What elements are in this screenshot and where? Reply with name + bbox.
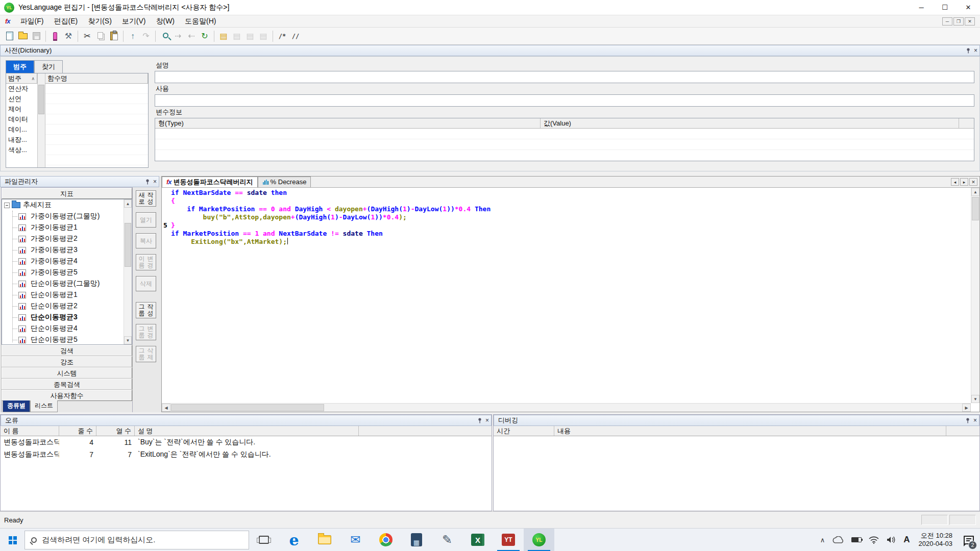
minimize-button[interactable]: ─ — [910, 0, 933, 15]
excel-icon[interactable]: X — [462, 529, 493, 551]
mdi-restore-button[interactable]: ❐ — [953, 17, 964, 26]
volume-icon[interactable] — [883, 536, 900, 544]
dict-tab-find[interactable]: 찾기 — [34, 60, 63, 73]
category-column-header[interactable]: 범주∧ — [6, 73, 37, 84]
tab-close-icon[interactable]: ✕ — [969, 178, 977, 186]
taskbar-search-input[interactable]: 검색하려면 여기에 입력하십시오. — [24, 531, 249, 549]
fm-bottom-tab[interactable]: 종류별 — [3, 400, 30, 412]
scrollbar-thumb[interactable] — [972, 197, 979, 220]
section-button-종목검색[interactable]: 종목검색 — [2, 379, 132, 390]
var-col-type[interactable]: 형(Type) — [155, 118, 541, 128]
yestrader-icon[interactable]: YT — [493, 529, 524, 551]
action-center-button[interactable]: 2 — [958, 529, 980, 551]
comment-block-icon[interactable]: /* — [276, 30, 289, 43]
scrollbar-thumb[interactable] — [171, 404, 324, 411]
mdi-close-button[interactable]: ✕ — [965, 17, 975, 26]
panel-close-icon[interactable]: × — [153, 178, 157, 185]
section-button-강조[interactable]: 강조 — [2, 356, 132, 367]
wifi-icon[interactable] — [865, 536, 883, 544]
dictionary-category-item[interactable]: 제어 — [6, 104, 37, 114]
debug-col-content[interactable]: 내용 — [554, 426, 946, 436]
dictionary-category-item[interactable]: 데이... — [6, 124, 37, 135]
tree-item[interactable]: 단순이동평균3 — [2, 312, 132, 323]
editor-horizontal-scrollbar[interactable]: ◀ ▶ — [162, 403, 971, 412]
indicator-column-header[interactable]: 지표 — [2, 188, 132, 199]
tree-item[interactable]: 단순이동평균2 — [2, 300, 132, 312]
editor-vertical-scrollbar[interactable]: ▲ ▼ — [971, 188, 979, 403]
calculator-icon[interactable]: ▦ — [401, 529, 432, 551]
tree-root-folder[interactable]: 추세지표 — [2, 199, 132, 211]
refresh-icon[interactable]: ↻ — [198, 30, 211, 43]
tree-item[interactable]: 단순이동평균5 — [2, 334, 132, 345]
scrollbar-thumb[interactable] — [125, 223, 131, 267]
collapse-icon[interactable] — [4, 203, 10, 208]
maximize-button[interactable]: ☐ — [933, 0, 957, 15]
pin-icon[interactable] — [966, 48, 971, 54]
scroll-right-icon[interactable]: ▶ — [962, 404, 971, 412]
battery-icon[interactable] — [848, 537, 865, 542]
panel-close-icon[interactable]: × — [973, 417, 977, 424]
paste-icon[interactable] — [107, 30, 120, 43]
task-view-button[interactable] — [249, 529, 279, 551]
scroll-down-icon[interactable]: ▼ — [124, 336, 132, 344]
dictionary-category-item[interactable]: 내장... — [6, 135, 37, 145]
panel-close-icon[interactable]: × — [974, 47, 977, 54]
mdi-minimize-button[interactable]: ─ — [942, 17, 952, 26]
open-file-icon[interactable] — [16, 30, 30, 43]
scroll-up-icon[interactable]: ▲ — [971, 188, 979, 196]
search-icon[interactable] — [158, 30, 172, 43]
tree-item[interactable]: 단순이동평균4 — [2, 323, 132, 334]
tree-item[interactable]: 가중이동평균2 — [2, 233, 132, 244]
code-line[interactable]: if MarketPosition == 0 and DayHigh < day… — [162, 205, 971, 213]
error-col-name[interactable]: 이 름 — [1, 426, 59, 436]
taskbar-clock[interactable]: 오전 10:28 2020-04-03 — [914, 532, 958, 548]
tree-item[interactable]: 단순이동평균1 — [2, 289, 132, 300]
error-row[interactable]: 변동성돌파코스닥레...77`ExitLong`은 `전략`에서만 쓸 수 있습… — [1, 448, 492, 461]
code-line[interactable]: { — [162, 197, 971, 205]
cut-icon[interactable]: ✂ — [81, 30, 94, 43]
chrome-icon[interactable] — [371, 529, 401, 551]
menu-item[interactable]: 찾기(S) — [83, 16, 117, 27]
scroll-down-icon[interactable]: ▼ — [971, 395, 979, 403]
tab-scroll-left-icon[interactable]: ◂ — [951, 178, 959, 186]
code-line[interactable]: buy("b",AtStop,dayopen+(DayHigh(1)-DayLo… — [162, 213, 971, 221]
new-file-icon[interactable] — [3, 30, 16, 43]
category-scrollbar[interactable] — [38, 73, 45, 167]
code-line[interactable]: 5} — [162, 221, 971, 230]
pen-app-icon[interactable]: ✎ — [432, 529, 462, 551]
fm-bottom-tab[interactable]: 리스트 — [30, 400, 58, 412]
tree-item[interactable]: 가중이동평균1 — [2, 222, 132, 233]
dict-tab-category[interactable]: 범주 — [6, 60, 34, 73]
section-button-시스템[interactable]: 시스템 — [2, 367, 132, 379]
tree-scrollbar[interactable]: ▲ ▼ — [124, 199, 132, 344]
debug-col-time[interactable]: 시간 — [494, 426, 554, 436]
tree-item[interactable]: 가중이동평균5 — [2, 267, 132, 278]
scroll-up-icon[interactable]: ▲ — [124, 199, 132, 208]
code-area[interactable]: if NextBarSdate == sdate then{ if Market… — [162, 188, 971, 403]
code-line[interactable]: if MarketPosition == 1 and NextBarSdate … — [162, 230, 971, 238]
tree-item[interactable]: 가중이동평균4 — [2, 256, 132, 267]
section-button-검색[interactable]: 검색 — [2, 345, 132, 356]
dictionary-category-item[interactable]: 색상... — [6, 145, 37, 155]
build-icon[interactable]: ⚒ — [62, 30, 75, 43]
dictionary-category-item[interactable]: 선언 — [6, 94, 37, 104]
menu-item[interactable]: 편집(E) — [48, 16, 83, 27]
var-col-value[interactable]: 값(Value) — [541, 118, 959, 128]
section-button-사용자함수[interactable]: 사용자함수 — [2, 390, 132, 401]
dictionary-category-item[interactable]: 데이터 — [6, 114, 37, 124]
menu-item[interactable]: 도움말(H) — [180, 16, 221, 27]
yeslanguage-icon[interactable]: YL — [524, 529, 554, 551]
pin-icon[interactable] — [477, 418, 482, 423]
file-explorer-icon[interactable] — [309, 529, 340, 551]
group-create-button[interactable]: 그룹작성 — [136, 302, 156, 318]
panel-close-icon[interactable]: × — [485, 417, 489, 424]
editor-tab-decrease[interactable]: % Decrease — [258, 177, 311, 187]
dictionary-book-icon[interactable]: ▤ — [217, 30, 230, 43]
editor-tab-active[interactable]: fx 변동성돌파코스닥레버리지 — [162, 177, 258, 187]
tree-item[interactable]: 단순이동평균(그물망) — [2, 278, 132, 289]
tree-item[interactable]: 가중이동평균(그물망) — [2, 211, 132, 222]
tab-scroll-right-icon[interactable]: ▸ — [960, 178, 968, 186]
tree-item[interactable]: 가중이동평균3 — [2, 244, 132, 256]
close-button[interactable]: ✕ — [957, 0, 980, 15]
menu-item[interactable]: 창(W) — [151, 16, 180, 27]
